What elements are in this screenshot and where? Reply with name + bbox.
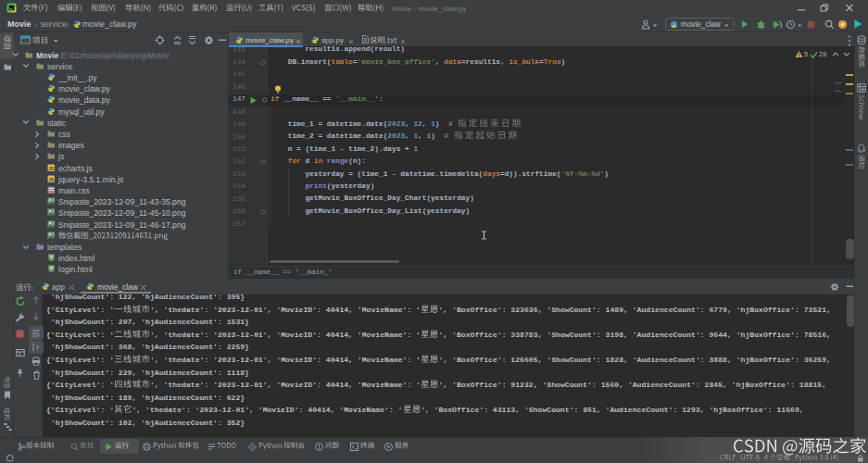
svg-text:JS: JS [48,177,55,182]
svg-text:JS: JS [48,165,55,170]
